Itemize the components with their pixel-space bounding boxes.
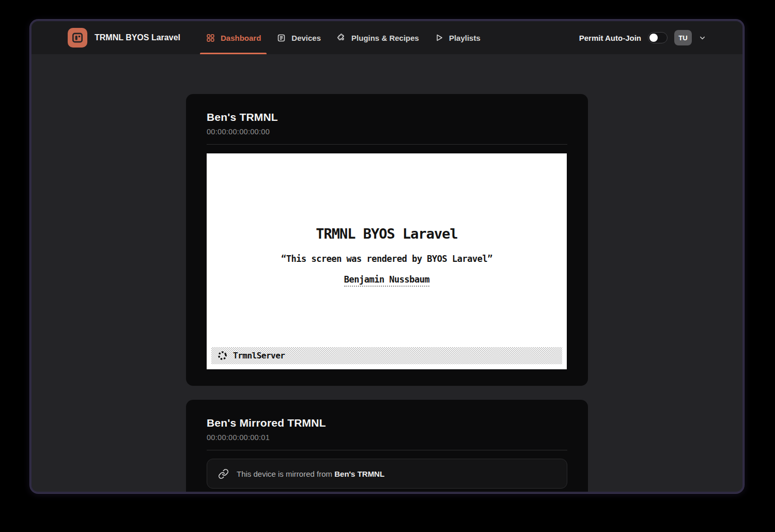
main-nav: Dashboard Devices Plugins & Recipes xyxy=(198,21,488,54)
nav-tab-dashboard[interactable]: Dashboard xyxy=(198,21,269,54)
server-status-label: TrmnlServer xyxy=(233,351,285,361)
spinner-icon xyxy=(217,350,228,361)
user-menu-button[interactable] xyxy=(699,34,706,42)
toggle-knob xyxy=(649,34,658,42)
nav-tab-devices[interactable]: Devices xyxy=(269,21,329,54)
trmnl-logo-icon[interactable] xyxy=(68,28,87,48)
app-window: TRMNL BYOS Laravel Dashboard xyxy=(30,20,744,493)
screen-title: TRMNL BYOS Laravel xyxy=(207,153,567,242)
device-mac-address: 00:00:00:00:00:00 xyxy=(207,128,567,136)
nav-label: Devices xyxy=(291,34,321,42)
dashboard-content: Ben's TRMNL 00:00:00:00:00:00 TRMNL BYOS… xyxy=(32,54,742,493)
device-name: Ben's Mirrored TRMNL xyxy=(207,417,567,429)
device-name: Ben's TRMNL xyxy=(207,111,567,123)
puzzle-icon xyxy=(336,33,346,43)
device-screen-preview: TRMNL BYOS Laravel “This screen was rend… xyxy=(207,153,567,369)
mirror-message-text: This device is mirrored from xyxy=(237,470,334,478)
app-title: TRMNL BYOS Laravel xyxy=(95,33,180,42)
nav-label: Plugins & Recipes xyxy=(351,34,419,42)
grid-icon xyxy=(206,33,215,43)
mirror-info-box: This device is mirrored from Ben's TRMNL xyxy=(207,459,567,489)
permit-auto-join-label: Permit Auto-Join xyxy=(579,34,641,42)
device-card-bens-mirrored-trmnl: Ben's Mirrored TRMNL 00:00:00:00:00:01 T… xyxy=(186,400,588,493)
divider xyxy=(207,450,567,450)
play-icon xyxy=(435,33,444,42)
link-icon xyxy=(218,468,229,479)
device-list-icon xyxy=(276,33,286,43)
nav-label: Playlists xyxy=(449,34,481,42)
mirror-message: This device is mirrored from Ben's TRMNL xyxy=(237,470,384,478)
navbar-right-group: Permit Auto-Join TU xyxy=(579,30,706,45)
device-glyph-icon xyxy=(71,31,84,44)
screen-author-link: Benjamin Nussbaum xyxy=(344,274,430,287)
nav-label: Dashboard xyxy=(221,34,261,42)
chevron-down-icon xyxy=(699,34,706,42)
nav-tab-playlists[interactable]: Playlists xyxy=(427,21,488,54)
user-avatar[interactable]: TU xyxy=(674,30,692,45)
mirror-source-device: Ben's TRMNL xyxy=(334,470,384,478)
top-navbar: TRMNL BYOS Laravel Dashboard xyxy=(32,21,742,54)
divider xyxy=(207,144,567,145)
nav-tab-plugins-recipes[interactable]: Plugins & Recipes xyxy=(329,21,427,54)
device-card-bens-trmnl: Ben's TRMNL 00:00:00:00:00:00 TRMNL BYOS… xyxy=(186,94,588,386)
device-mac-address: 00:00:00:00:00:01 xyxy=(207,433,567,442)
desktop-background: TRMNL BYOS Laravel Dashboard xyxy=(0,0,775,532)
screen-status-bar: TrmnlServer xyxy=(211,347,562,364)
permit-auto-join-toggle[interactable] xyxy=(648,32,668,43)
screen-quote: “This screen was rendered by BYOS Larave… xyxy=(207,254,567,264)
